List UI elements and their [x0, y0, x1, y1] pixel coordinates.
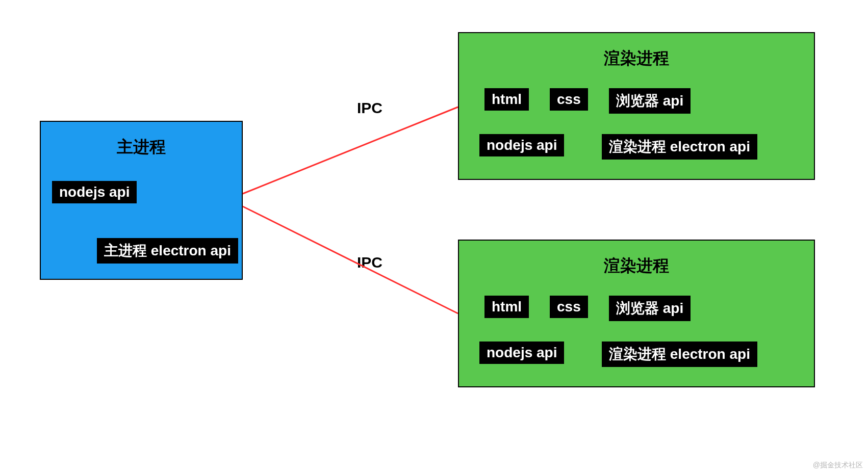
html-tag-2: html: [484, 296, 529, 318]
nodejs-api-tag: nodejs api: [52, 181, 137, 203]
main-process-title: 主进程: [41, 122, 242, 159]
render-electron-api-tag-2: 渲染进程 electron api: [602, 341, 757, 367]
watermark: @掘金技术社区: [813, 461, 863, 470]
render-process-2-title: 渲染进程: [459, 241, 814, 277]
main-electron-api-tag: 主进程 electron api: [97, 238, 238, 264]
ipc-label-2: IPC: [357, 254, 382, 271]
css-tag: css: [550, 88, 588, 111]
svg-line-0: [243, 107, 458, 194]
svg-line-1: [243, 206, 458, 313]
render-process-box-1: 渲染进程 html css 浏览器 api nodejs api 渲染进程 el…: [458, 32, 815, 180]
nodejs-api-tag-render1: nodejs api: [479, 134, 564, 156]
render-electron-api-tag-1: 渲染进程 electron api: [602, 134, 757, 160]
css-tag-2: css: [550, 296, 588, 318]
main-process-box: 主进程 nodejs api 主进程 electron api: [40, 121, 243, 280]
render-process-1-title: 渲染进程: [459, 33, 814, 70]
browser-api-tag: 浏览器 api: [609, 88, 691, 114]
browser-api-tag-2: 浏览器 api: [609, 296, 691, 321]
render-process-box-2: 渲染进程 html css 浏览器 api nodejs api 渲染进程 el…: [458, 240, 815, 387]
nodejs-api-tag-render2: nodejs api: [479, 341, 564, 364]
html-tag: html: [484, 88, 529, 111]
ipc-label-1: IPC: [357, 99, 382, 117]
